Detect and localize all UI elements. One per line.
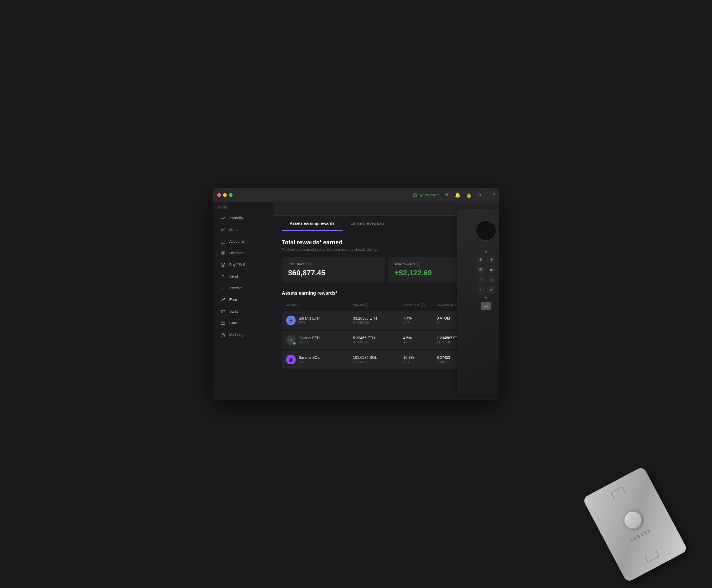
device-btn-1[interactable]: ⚙ [477,255,485,264]
sidebar-item-market[interactable]: Market [215,224,271,235]
device-btn-4[interactable]: ◼ [487,266,495,273]
eth-icon: ⟠ [286,316,296,325]
sidebar-item-receive[interactable]: Receive [215,282,271,294]
buy-sell-icon: $ [220,262,226,267]
rewards-pct-cell: 7.4% APR [403,316,437,324]
staked-amount: 101.6534 SOL [353,355,403,360]
asset-symbol: SOL [299,360,320,364]
rewards-pct-cell: 4.6% APR [403,336,437,344]
steth-icon: S [286,335,296,345]
sidebar-item-card[interactable]: Card [215,317,271,329]
device-icon-row-2: ⊞ ◼ [477,266,495,273]
sidebar-item-accounts[interactable]: Accounts [215,236,271,247]
app-window: ✓ Synchronized 👁 🔔 🔒 ⚙ ? MENU Portfol [213,188,499,400]
staked-info-icon[interactable]: i [364,303,368,307]
rewards-type: APR [403,321,437,324]
accounts-icon [220,239,226,244]
total-staked-info-icon[interactable]: i [308,262,312,266]
tab-earn-more[interactable]: Earn more rewards [343,216,392,231]
rewards-subtitle: Total rewards earned to date including r… [282,248,380,251]
svg-rect-1 [221,240,225,243]
staked-usd: $3,049.61 [353,360,403,364]
device-btn-bottom[interactable]: ▬ [481,302,491,310]
asset-symbol: STETH [299,340,320,344]
device-icons-panel: ∧ ⚙ ⊗ ⊞ ◼ ≡ ◁ + ⊳ ∨ ▬ [460,249,499,310]
asset-name: Sarah's SOL [299,355,320,360]
sync-icon: ✓ [413,193,417,197]
bracket-top [611,486,626,499]
sidebar-item-label: Discover [229,251,244,255]
total-staked-label: Total staked i [288,262,379,266]
sol-icon: ◎ [286,355,296,364]
rewards-pct: 4.6% [403,336,437,340]
total-rewards-info-icon[interactable]: i [416,262,420,266]
divider [487,192,487,198]
device-btn-2[interactable]: ⊗ [487,255,495,264]
ledger-device-panel: Cosmos ∧ ⚙ ⊗ ⊞ ◼ ≡ ◁ + ⊳ [457,209,499,395]
eye-icon[interactable]: 👁 [445,192,449,198]
bracket-bottom [644,550,659,563]
sidebar-item-discover[interactable]: Discover [215,248,271,259]
svg-point-14 [224,335,225,336]
asset-info: ⟠ Sarah's ETH ETH [286,316,353,325]
main-layout: MENU Portfolio Market [213,202,499,400]
device-btn-3[interactable]: ⊞ [477,266,485,273]
card-icon [220,320,226,326]
sidebar-item-label: Market [229,228,241,232]
device-icon-row: ⚙ ⊗ [477,255,495,264]
sidebar: MENU Portfolio Market [213,202,274,400]
device-btn-7[interactable]: + [477,286,485,294]
svg-point-13 [222,333,224,334]
asset-details: Sarah's ETH ETH [299,316,320,324]
rewards-pct-cell: 16.9% APY [403,355,437,364]
help-icon[interactable]: ? [492,192,495,198]
rewards-pct: 7.4% [403,316,437,320]
title-bar-right: ✓ Synchronized 👁 🔔 🔒 ⚙ ? [413,192,495,198]
asset-info: ◎ Sarah's SOL SOL [286,355,353,364]
chevron-up-icon: ∧ [460,249,499,253]
rewards-pct-info-icon[interactable]: i [421,303,425,307]
gear-icon[interactable]: ⚙ [477,192,481,198]
swap-icon [220,309,226,314]
sidebar-item-label: Buy / Sell [229,262,245,267]
total-staked-value: $60,877.45 [288,269,379,277]
tab-assets-earning[interactable]: Assets earning rewards [282,216,343,231]
market-icon [220,227,226,232]
device-circle [475,220,497,241]
total-staked-card: Total staked i $60,877.45 [282,257,385,282]
menu-label: MENU [213,206,274,212]
sidebar-item-my-ledger[interactable]: My Ledger [215,329,271,340]
rewards-title-block: Total rewards* earned Total rewards earn… [282,239,380,251]
sidebar-item-buy-sell[interactable]: $ Buy / Sell [215,259,271,270]
device-btn-8[interactable]: ⊳ [487,286,495,294]
rewards-type: APR [403,340,437,344]
lock-icon[interactable]: 🔒 [466,192,472,198]
title-bar: ✓ Synchronized 👁 🔔 🔒 ⚙ ? [213,188,499,202]
rewards-type: APY [403,360,437,364]
staked-cell: 101.6534 SOL $3,049.61 [353,355,403,364]
dongle-button [620,507,646,532]
staked-amount: 33.26355 ETH [353,316,403,320]
sidebar-item-swap[interactable]: Swap [215,306,271,317]
ledger-logo: LEDGER [629,528,652,543]
send-icon [220,274,226,279]
close-button[interactable] [217,193,221,197]
sidebar-item-earn[interactable]: Earn [215,294,271,305]
steth-badge [292,341,296,345]
sidebar-item-label: Earn [229,298,237,302]
sidebar-item-send[interactable]: Send [215,271,271,282]
sidebar-item-label: Receive [229,286,243,290]
device-btn-6[interactable]: ◁ [487,276,495,284]
bell-icon[interactable]: 🔔 [455,192,461,198]
sync-label: Synchronized [419,193,440,197]
asset-details: Johns's ETH STETH [299,336,320,344]
device-icon-row-4: + ⊳ [477,286,495,294]
sidebar-item-label: Send [229,274,238,278]
maximize-button[interactable] [229,193,232,197]
asset-name: Sarah's ETH [299,316,320,320]
sidebar-item-portfolio[interactable]: Portfolio [215,212,271,224]
minimize-button[interactable] [223,193,227,197]
device-btn-5[interactable]: ≡ [477,276,485,284]
asset-details: Sarah's SOL SOL [299,355,320,364]
rewards-title: Total rewards* earned [282,239,380,246]
